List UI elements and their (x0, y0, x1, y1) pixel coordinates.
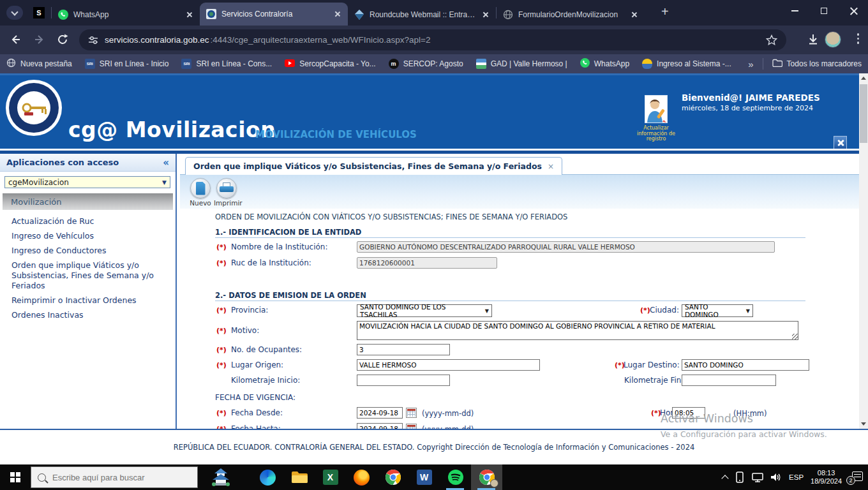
app-close-button[interactable] (834, 136, 847, 149)
all-bookmarks-button[interactable]: Todos los marcadores (772, 59, 862, 69)
required-marker: (*) (216, 243, 227, 251)
imprimir-button[interactable]: Imprimir (214, 178, 239, 207)
nuevo-button[interactable]: Nuevo (188, 178, 213, 207)
browser-menu-button[interactable] (857, 33, 860, 44)
tab-servicios-contraloria[interactable]: Servicios Contraloría (200, 3, 348, 26)
sidebar-divider (176, 154, 177, 429)
sidebar-collapse-icon[interactable]: « (163, 157, 169, 168)
screen: S WhatsApp Servicios Contraloría (0, 0, 868, 490)
taskbar-word[interactable]: W (408, 464, 440, 490)
taskbar-search[interactable] (31, 466, 198, 488)
footer-text: REPÚBLICA DEL ECUADOR. CONTRALORÍA GENER… (0, 443, 868, 452)
provincia-select[interactable]: SANTO DOMINGO DE LOS TSACHILAS ▼ (357, 304, 492, 317)
sidebar-item-reimprimir-inactivar[interactable]: Reimprimir o Inactivar Ordenes (11, 295, 168, 306)
user-avatar[interactable] (645, 95, 668, 123)
fecha-desde-field[interactable] (357, 407, 403, 419)
downloads-button[interactable] (807, 33, 819, 46)
sidebar-item-orden-viaticos[interactable]: Orden que implique Viáticos y/o Subsiste… (11, 260, 168, 291)
network-icon[interactable] (752, 472, 763, 482)
tab-close-icon[interactable] (629, 10, 638, 19)
sercop-icon: m (389, 59, 399, 69)
scroll-down-button[interactable] (859, 419, 868, 429)
site-settings-icon[interactable] (88, 35, 98, 45)
volume-icon[interactable] (770, 472, 782, 482)
pinned-tab[interactable]: S (31, 4, 47, 21)
taskbar-file-explorer[interactable] (283, 464, 315, 490)
bookmarks-overflow-button[interactable]: » (748, 59, 753, 70)
sidebar-menu: Actualización de Ruc Ingreso de Vehículo… (11, 216, 168, 325)
taskbar-chrome-active[interactable] (471, 464, 502, 490)
tab-close-icon[interactable] (333, 10, 341, 19)
taskbar-chrome[interactable] (377, 464, 408, 490)
tray-expand-icon[interactable] (721, 475, 728, 482)
document-tab-close-icon[interactable]: × (548, 162, 554, 171)
browser-toolbar: servicios.contraloria.gob.ec:4443/cge_ar… (0, 26, 868, 54)
scroll-up-button[interactable] (859, 73, 868, 83)
window-close-button[interactable] (839, 0, 868, 22)
taskbar-spotify[interactable] (440, 464, 471, 490)
bookmark-star-icon[interactable] (766, 34, 777, 46)
crest-icon (642, 59, 652, 69)
sidebar-item-actualizacion-ruc[interactable]: Actualización de Ruc (11, 216, 168, 226)
window-minimize-button[interactable] (780, 0, 809, 22)
avatar-caption[interactable]: Actualizar información de registro (635, 126, 677, 142)
ciudad-value: SANTO DOMINGO (685, 303, 744, 318)
sidebar-item-ingreso-vehiculos[interactable]: Ingreso de Vehículos (11, 231, 168, 241)
application-select[interactable]: cgeMovilizacion ▼ (4, 176, 170, 188)
bookmark-gad-valle-hermoso[interactable]: GAD | Valle Hermoso | (476, 59, 567, 69)
tab-close-icon[interactable] (481, 10, 490, 19)
bookmark-sri-inicio[interactable]: SRI SRI en Línea - Inicio (85, 59, 169, 69)
ocupantes-field[interactable] (357, 344, 450, 355)
bookmark-sercop[interactable]: m SERCOP: Agosto (389, 59, 463, 69)
required-marker: (*) (216, 409, 227, 417)
chevron-down-icon: ▼ (485, 308, 489, 314)
notification-center-button[interactable]: 2 (849, 471, 863, 484)
bookmark-sri-consultas[interactable]: SRI SRI en Línea - Cons... (181, 59, 272, 69)
scrollbar-thumb[interactable] (860, 84, 867, 143)
tabs-container: WhatsApp Servicios Contraloría Roundcube… (51, 0, 645, 26)
taskbar-edge[interactable] (252, 464, 283, 490)
calendar-icon[interactable] (406, 408, 417, 418)
lugar-destino-field[interactable] (682, 359, 809, 371)
tab-search-button[interactable] (6, 6, 23, 20)
bookmark-whatsapp[interactable]: WhatsApp (580, 58, 629, 70)
bookmark-label: SRI en Línea - Cons... (196, 59, 272, 68)
sidebar-item-ordenes-inactivas[interactable]: Ordenes Inactivas (11, 310, 168, 320)
km-inicio-field[interactable] (357, 375, 450, 386)
taskbar: X W ESP 0 (0, 464, 868, 490)
taskbar-firefox[interactable] (346, 464, 377, 490)
calendar-icon[interactable] (406, 424, 417, 429)
motivo-field[interactable]: MOVILIZACIÓN HACIA LA CIUDAD DE SANTO DO… (357, 321, 798, 340)
tab-close-icon[interactable] (184, 10, 193, 19)
phone-link-icon[interactable] (735, 471, 745, 483)
tab-formulario-orden[interactable]: FormularioOrdenMovilizacion (497, 4, 645, 26)
sidebar-item-ingreso-conductores[interactable]: Ingreso de Conductores (11, 246, 168, 256)
tab-whatsapp[interactable]: WhatsApp (52, 4, 200, 26)
bookmark-ingreso-sistema[interactable]: Ingreso al Sistema -... (642, 59, 731, 69)
browser-profile-avatar[interactable] (825, 31, 841, 48)
textarea-resize-grip[interactable] (792, 334, 798, 339)
bookmark-sercopcapacita[interactable]: SercopCapacita - Yo... (285, 59, 375, 69)
new-tab-button[interactable]: + (661, 5, 669, 18)
tab-roundcube[interactable]: Roundcube Webmail :: Entrada (348, 4, 496, 26)
start-button[interactable] (0, 464, 31, 490)
fecha-hasta-field[interactable] (357, 423, 403, 429)
page-scrollbar[interactable] (859, 73, 868, 429)
reload-button[interactable] (56, 33, 69, 46)
taskbar-excel[interactable]: X (315, 464, 346, 490)
taskbar-clock[interactable]: 08:13 18/9/2024 (811, 469, 842, 486)
ciudad-select[interactable]: SANTO DOMINGO ▼ (682, 304, 753, 317)
taskbar-search-input[interactable] (52, 473, 180, 482)
file-explorer-icon (291, 470, 308, 484)
document-tab[interactable]: Orden que implique Viáticos y/o Subsiste… (185, 157, 562, 175)
km-fin-field[interactable] (682, 375, 776, 386)
bookmark-nueva-pestana[interactable]: Nueva pestaña (6, 58, 72, 70)
back-button[interactable] (9, 33, 22, 46)
castle-app-icon[interactable] (206, 466, 236, 489)
language-indicator[interactable]: ESP (789, 473, 804, 481)
hora-field[interactable] (672, 407, 705, 419)
forward-button[interactable] (33, 33, 46, 46)
window-maximize-button[interactable] (809, 0, 839, 22)
lugar-origen-field[interactable] (357, 359, 540, 371)
address-bar[interactable]: servicios.contraloria.gob.ec:4443/cge_ar… (79, 29, 786, 50)
